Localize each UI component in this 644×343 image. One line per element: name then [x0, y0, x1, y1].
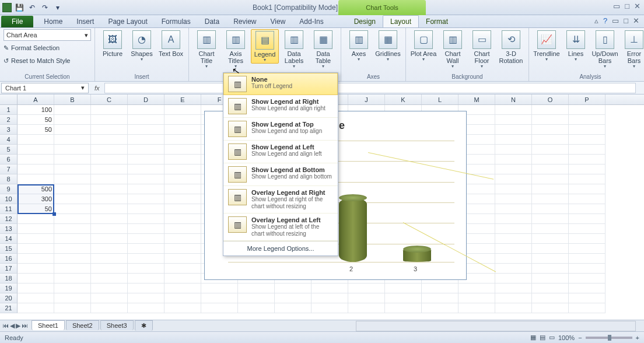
cell[interactable] — [532, 264, 569, 274]
cell[interactable] — [18, 264, 54, 274]
col-A[interactable]: A — [18, 94, 54, 104]
cell[interactable] — [495, 234, 532, 244]
cell[interactable] — [128, 155, 164, 164]
cell[interactable] — [128, 174, 164, 184]
tab-formulas[interactable]: Formulas — [155, 16, 198, 27]
cell[interactable] — [54, 125, 91, 135]
cell[interactable] — [422, 284, 459, 293]
col-D[interactable]: D — [128, 94, 164, 104]
cell[interactable] — [532, 244, 569, 254]
cell[interactable] — [128, 234, 164, 244]
picture-button[interactable]: 🖼Picture — [99, 29, 127, 57]
cell[interactable] — [54, 254, 91, 264]
cell[interactable] — [128, 303, 164, 313]
cell[interactable] — [164, 145, 201, 155]
cell[interactable]: 100 — [18, 105, 54, 115]
cell[interactable]: 500 — [18, 184, 54, 194]
formula-input[interactable] — [104, 83, 636, 93]
cell[interactable] — [275, 303, 312, 313]
legend-option-overlay-right[interactable]: ▥Overlay Legend at RightShow Legend at r… — [223, 186, 338, 214]
cell[interactable] — [54, 174, 91, 184]
col-K[interactable]: K — [385, 94, 422, 104]
row-header[interactable]: 15 — [0, 244, 18, 254]
cell[interactable] — [532, 293, 569, 303]
cell[interactable] — [128, 264, 164, 274]
cell[interactable] — [275, 284, 312, 293]
cell[interactable] — [495, 224, 532, 234]
col-E[interactable]: E — [164, 94, 201, 104]
doc-restore-icon[interactable]: □ — [624, 16, 628, 25]
cell[interactable] — [532, 194, 569, 204]
row-header[interactable]: 2 — [0, 115, 18, 125]
cell[interactable]: 50 — [18, 115, 54, 125]
cell[interactable] — [91, 125, 128, 135]
cell[interactable] — [164, 155, 201, 164]
cell[interactable] — [164, 115, 201, 125]
cell[interactable] — [532, 214, 569, 224]
tab-home[interactable]: Home — [37, 16, 69, 27]
cell[interactable] — [532, 174, 569, 184]
cell[interactable] — [569, 155, 606, 164]
cell[interactable] — [238, 303, 275, 313]
cell[interactable] — [164, 174, 201, 184]
cell[interactable] — [495, 145, 532, 155]
cell[interactable] — [18, 293, 54, 303]
cell[interactable] — [495, 274, 532, 284]
cell[interactable] — [569, 254, 606, 264]
cell[interactable] — [569, 164, 606, 174]
cell[interactable] — [18, 303, 54, 313]
row-header[interactable]: 8 — [0, 174, 18, 184]
sheet-nav-last-icon[interactable]: ⏭ — [22, 322, 28, 330]
cell[interactable] — [91, 303, 128, 313]
cell[interactable] — [128, 125, 164, 135]
cell[interactable] — [54, 115, 91, 125]
cell[interactable] — [532, 284, 569, 293]
cell[interactable] — [532, 164, 569, 174]
cell[interactable] — [495, 174, 532, 184]
cell[interactable] — [54, 214, 91, 224]
cell[interactable] — [569, 244, 606, 254]
minimize-icon[interactable]: ▭ — [613, 2, 620, 10]
row-header[interactable]: 14 — [0, 234, 18, 244]
format-selection-button[interactable]: ✎Format Selection — [4, 42, 91, 54]
cell[interactable] — [54, 194, 91, 204]
name-box[interactable]: Chart 1▾ — [1, 83, 89, 93]
cell[interactable] — [91, 145, 128, 155]
cell[interactable] — [532, 224, 569, 234]
cell[interactable] — [54, 145, 91, 155]
cell[interactable] — [128, 274, 164, 284]
sheet-nav-next-icon[interactable]: ▶ — [16, 322, 20, 330]
cell[interactable] — [164, 244, 201, 254]
legend-option-top[interactable]: ▥Show Legend at TopShow Legend and top a… — [223, 118, 338, 141]
cell[interactable] — [54, 234, 91, 244]
horizontal-scrollbar[interactable] — [356, 321, 636, 331]
cell[interactable] — [128, 164, 164, 174]
cell[interactable] — [532, 303, 569, 313]
legend-option-left[interactable]: ▥Show Legend at LeftShow Legend and alig… — [223, 141, 338, 163]
cell[interactable] — [201, 284, 238, 293]
legend-option-bottom[interactable]: ▥Show Legend at BottomShow Legend and al… — [223, 163, 338, 186]
cell[interactable] — [495, 184, 532, 194]
redo-icon[interactable]: ↷ — [40, 2, 50, 13]
cell[interactable] — [18, 174, 54, 184]
cell[interactable] — [164, 303, 201, 313]
cell[interactable] — [18, 155, 54, 164]
cell[interactable] — [91, 264, 128, 274]
tab-review[interactable]: Review — [226, 16, 263, 27]
cell[interactable] — [164, 214, 201, 224]
cell[interactable]: 50 — [18, 204, 54, 214]
cell[interactable] — [569, 184, 606, 194]
cell[interactable] — [128, 204, 164, 214]
help-icon[interactable]: ? — [603, 16, 607, 25]
chart-element-dropdown[interactable]: Chart Area▾ — [4, 29, 91, 41]
tab-format[interactable]: Format — [419, 16, 455, 27]
cell[interactable] — [128, 293, 164, 303]
cell[interactable] — [495, 254, 532, 264]
cell[interactable] — [91, 194, 128, 204]
sheet-tab-3[interactable]: Sheet3 — [100, 320, 134, 330]
col-P[interactable]: P — [569, 94, 606, 104]
error-bars-button[interactable]: ⊥Error Bars▾ — [620, 29, 644, 69]
cell[interactable] — [54, 284, 91, 293]
cell[interactable] — [128, 145, 164, 155]
cell[interactable] — [164, 264, 201, 274]
